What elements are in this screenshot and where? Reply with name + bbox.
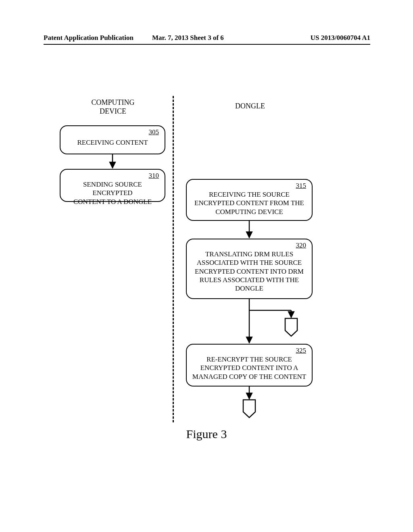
figure-caption: Figure 3 xyxy=(0,427,413,441)
header-rule xyxy=(44,44,370,45)
box-325: 325 RE-ENCRYPT THE SOURCEENCRYPTED CONTE… xyxy=(186,344,313,387)
box-310: 310 SENDING SOURCE ENCRYPTEDCONTENT TO A… xyxy=(60,169,165,202)
page: Patent Application Publication Mar. 7, 2… xyxy=(0,0,413,532)
label-310: SENDING SOURCE ENCRYPTEDCONTENT TO A DON… xyxy=(65,180,161,206)
label-325: RE-ENCRYPT THE SOURCEENCRYPTED CONTENT I… xyxy=(191,355,308,381)
header-left: Patent Application Publication xyxy=(44,34,133,42)
label-315: RECEIVING THE SOURCEENCRYPTED CONTENT FR… xyxy=(191,190,308,216)
box-315: 315 RECEIVING THE SOURCEENCRYPTED CONTEN… xyxy=(186,179,313,221)
label-305: RECEIVING CONTENT xyxy=(65,138,161,147)
box-320: 320 TRANSLATING DRM RULESASSOCIATED WITH… xyxy=(186,239,313,299)
column-title-computing-device: COMPUTINGDEVICE xyxy=(60,98,165,116)
column-title-dongle: DONGLE xyxy=(188,102,313,111)
header-right: US 2013/0060704 A1 xyxy=(311,34,370,42)
ref-325: 325 xyxy=(296,346,307,355)
label-320: TRANSLATING DRM RULESASSOCIATED WITH THE… xyxy=(191,250,308,293)
ref-320: 320 xyxy=(296,241,307,249)
header-mid: Mar. 7, 2013 Sheet 3 of 6 xyxy=(152,34,224,42)
connector-a-label: A xyxy=(247,404,252,412)
ref-305: 305 xyxy=(149,128,159,136)
ref-315: 315 xyxy=(296,181,307,190)
column-divider xyxy=(173,96,174,422)
ref-310: 310 xyxy=(149,171,159,180)
box-305: 305 RECEIVING CONTENT xyxy=(60,125,165,154)
connector-c-label: C xyxy=(289,322,294,331)
